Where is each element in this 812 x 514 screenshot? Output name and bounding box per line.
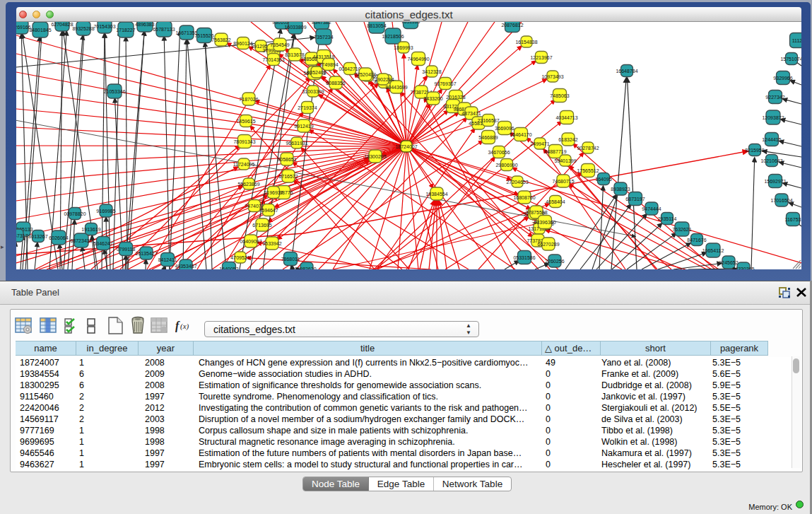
svg-text:20876812: 20876812 [501,23,523,28]
svg-text:90278742: 90278742 [577,146,599,151]
svg-text:19384554: 19384554 [425,192,447,197]
svg-text:70154303: 70154303 [93,24,115,29]
svg-text:77520471: 77520471 [354,72,376,77]
svg-text:8013267: 8013267 [28,234,47,239]
svg-text:26247317: 26247317 [16,233,28,238]
svg-text:62704828: 62704828 [51,22,73,27]
svg-text:8412411: 8412411 [158,257,177,262]
svg-text:7485063: 7485063 [550,93,569,98]
svg-text:06409097: 06409097 [240,239,261,244]
svg-text:49353487: 49353487 [175,264,196,269]
svg-text:4658404: 4658404 [546,199,565,204]
svg-text:6873197: 6873197 [625,197,645,201]
svg-text:5982620: 5982620 [297,267,316,270]
svg-text:10973493: 10973493 [541,74,563,79]
svg-text:9329966: 9329966 [773,76,792,81]
svg-text:4352408: 4352408 [307,70,326,75]
svg-text:64887719: 64887719 [544,149,566,154]
svg-text:8938923: 8938923 [611,187,630,192]
svg-text:7594647: 7594647 [259,208,278,213]
svg-text:54330365: 54330365 [732,267,754,270]
svg-text:8960124: 8960124 [233,41,252,46]
svg-text:2719374: 2719374 [298,105,317,110]
svg-text:2260256: 2260256 [545,259,564,264]
svg-text:8347382: 8347382 [312,22,331,25]
svg-text:7868011: 7868011 [281,257,300,262]
svg-text:11724005: 11724005 [233,162,255,167]
svg-text:1112: 1112 [792,38,801,43]
svg-text:00842710: 00842710 [339,66,360,71]
svg-text:3749894: 3749894 [319,62,338,67]
svg-text:96631931: 96631931 [286,141,307,146]
svg-text:55623869: 55623869 [237,182,259,187]
svg-text:80443699: 80443699 [385,85,407,90]
svg-text:(x): (x) [180,322,189,331]
svg-text:6183242: 6183242 [558,137,577,142]
svg-text:5466889: 5466889 [478,135,498,140]
svg-text:68723430: 68723430 [70,238,92,243]
svg-text:4709521: 4709521 [230,255,249,260]
svg-text:29806990: 29806990 [495,163,517,168]
svg-text:31003309: 31003309 [302,89,324,94]
svg-text:18300295: 18300295 [364,154,386,159]
svg-text:9912419: 9912419 [294,124,313,129]
svg-text:53396360: 53396360 [534,220,555,225]
svg-text:4873471: 4873471 [461,111,481,116]
svg-text:21053346: 21053346 [103,89,125,94]
svg-text:23166587: 23166587 [477,118,499,123]
svg-text:74964990: 74964990 [407,57,429,62]
svg-text:18724007: 18724007 [395,144,417,149]
svg-text:7563822: 7563822 [211,37,230,42]
svg-text:1913619: 1913619 [81,227,100,232]
svg-text:27875588: 27875588 [525,210,547,215]
svg-text:16033809: 16033809 [284,25,306,30]
svg-text:84801845: 84801845 [29,28,51,33]
svg-text:16648784: 16648784 [616,69,637,74]
svg-text:2016328: 2016328 [446,95,465,100]
svg-text:16154838: 16154838 [515,40,537,45]
svg-text:2499471: 2499471 [530,141,549,146]
svg-text:71902294: 71902294 [372,77,394,82]
svg-text:9245652: 9245652 [719,260,738,265]
svg-text:00978820: 00978820 [64,211,86,216]
svg-text:34670656: 34670656 [488,150,510,155]
svg-text:6713695: 6713695 [252,223,271,228]
svg-text:7354549: 7354549 [270,42,289,47]
svg-text:f: f [175,320,180,332]
svg-text:3412328: 3412328 [422,69,441,74]
svg-text:77014363: 77014363 [262,57,284,62]
svg-text:6716572: 6716572 [278,174,298,179]
svg-text:6026064: 6026064 [49,235,68,240]
svg-text:1869993: 1869993 [394,45,413,50]
svg-text:1244415: 1244415 [762,137,781,142]
svg-text:66270289: 66270289 [537,242,559,247]
svg-text:19218506: 19218506 [382,34,404,39]
svg-text:15751074: 15751074 [780,57,801,62]
svg-text:78091343: 78091343 [233,139,255,144]
svg-text:65787133: 65787133 [153,27,175,32]
svg-text:1640052: 1640052 [219,267,238,270]
svg-text:12213967: 12213967 [530,55,552,60]
svg-text:7459615: 7459615 [236,119,255,124]
svg-text:40344713: 40344713 [555,115,577,120]
svg-text:164095: 164095 [595,177,611,182]
svg-text:5346247: 5346247 [93,241,112,246]
svg-text:9533942: 9533942 [262,241,281,246]
svg-text:89325288: 89325288 [72,26,94,31]
svg-text:15692971: 15692971 [764,179,786,184]
svg-text:25135427: 25135427 [135,251,157,256]
svg-text:0799118: 0799118 [117,247,136,252]
svg-text:8215958: 8215958 [745,148,764,153]
svg-text:27204653: 27204653 [506,180,528,185]
svg-text:2196937: 2196937 [264,190,283,195]
svg-text:10210643: 10210643 [760,158,782,163]
svg-text:10654112: 10654112 [702,248,724,253]
svg-text:3433200: 3433200 [423,96,442,101]
svg-text:9169985: 9169985 [96,209,115,214]
svg-text:9227342: 9227342 [765,95,784,100]
svg-text:8813054: 8813054 [367,23,386,28]
svg-text:9058651: 9058651 [277,157,296,162]
svg-text:7631165: 7631165 [401,22,420,24]
svg-text:9474444: 9474444 [642,206,661,211]
svg-text:1718227: 1718227 [116,28,135,33]
